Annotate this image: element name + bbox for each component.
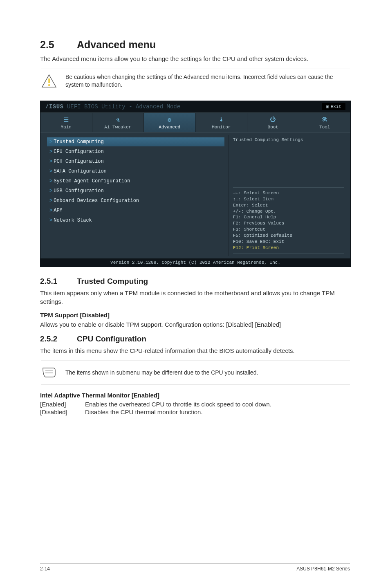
section-title-text: Advanced menu [77, 39, 156, 50]
chevron-right-icon: > [49, 178, 52, 184]
tab-ai-tweaker[interactable]: ⚗Ai Tweaker [92, 113, 144, 132]
menu-item-label: Network Stack [54, 218, 92, 223]
help-line-highlight: F12: Print Screen [233, 245, 344, 251]
list-icon: ☰ [40, 116, 92, 123]
menu-network-stack[interactable]: >Network Stack [47, 216, 224, 225]
bios-exit-button[interactable]: ▣ Exit [322, 103, 345, 110]
warning-icon [41, 74, 57, 88]
tab-tool-label: Tool [299, 125, 351, 130]
trusted-computing-desc: This item appears only when a TPM module… [40, 289, 350, 306]
menu-item-label: Onboard Devices Configuration [54, 198, 139, 204]
subsection-cpu-configuration: 2.5.2CPU Configuration [40, 334, 350, 343]
help-line: F5: Optimized Defaults [233, 233, 344, 239]
tab-advanced-label: Advanced [144, 125, 195, 130]
exit-icon: ▣ [326, 104, 329, 109]
warning-text: Be cautious when changing the settings o… [65, 73, 350, 89]
chevron-right-icon: > [49, 159, 52, 164]
svg-point-2 [48, 84, 50, 86]
chevron-right-icon: > [49, 188, 52, 194]
option-row: [Enabled] Enables the overheated CPU to … [40, 401, 350, 408]
exit-label: Exit [331, 104, 341, 109]
note-icon [41, 365, 57, 380]
info-note: The items shown in submenu may be differ… [41, 361, 350, 384]
menu-item-label: CPU Configuration [54, 149, 103, 155]
help-line: F10: Save ESC: Exit [233, 239, 344, 245]
tab-tool[interactable]: 🛠Tool [299, 113, 351, 132]
menu-system-agent-configuration[interactable]: >System Agent Configuration [47, 177, 224, 186]
chevron-right-icon: > [49, 208, 52, 213]
option-key: [Disabled] [40, 408, 85, 415]
subsection-number: 2.5.1 [40, 277, 77, 286]
tab-ai-tweaker-label: Ai Tweaker [92, 125, 144, 130]
wrench-icon: 🛠 [299, 116, 351, 123]
chevron-right-icon: > [49, 168, 52, 174]
subsection-title: Trusted Computing [77, 277, 148, 285]
page-number: 2-14 [40, 566, 50, 572]
menu-item-label: APM [54, 208, 63, 213]
help-line: ↑↓: Select Item [233, 196, 344, 202]
gear-icon: ⚙ [144, 116, 195, 123]
option-row: [Disabled] Disables the CPU thermal moni… [40, 408, 350, 415]
option-key: [Enabled] [40, 401, 85, 408]
menu-apm[interactable]: >APM [47, 206, 224, 215]
menu-trusted-computing[interactable]: >Trusted Computing [47, 137, 224, 146]
bios-brand: /ISUS [45, 103, 64, 110]
menu-item-label: System Agent Configuration [54, 178, 130, 184]
tweaker-icon: ⚗ [92, 116, 144, 123]
help-line: F2: Previous Values [233, 220, 344, 227]
chevron-right-icon: > [49, 139, 52, 145]
help-line: +/-: Change Opt. [233, 209, 344, 215]
tab-boot[interactable]: ⏻Boot [247, 113, 299, 132]
monitor-icon: 🌡 [196, 116, 247, 123]
product-name: ASUS P8H61-M2 Series [296, 566, 350, 572]
help-line: →←: Select Screen [233, 190, 344, 196]
bios-menu: >Trusted Computing >CPU Configuration >P… [43, 135, 229, 256]
help-panel-title: Trusted Computing Settings [233, 137, 344, 142]
subsection-trusted-computing: 2.5.1Trusted Computing [40, 277, 350, 286]
menu-item-label: SATA Configuration [54, 168, 107, 174]
menu-item-label: Trusted Computing [54, 139, 103, 145]
menu-sata-configuration[interactable]: >SATA Configuration [47, 167, 224, 176]
cpu-note-text: The items shown in submenu may be differ… [65, 369, 258, 377]
warning-note: Be cautious when changing the settings o… [41, 69, 350, 93]
bios-title: /ISUS UEFI BIOS Utility - Advanced Mode [45, 103, 180, 110]
bios-titlebar: /ISUS UEFI BIOS Utility - Advanced Mode … [40, 101, 350, 112]
tab-boot-label: Boot [247, 125, 299, 130]
bios-title-text: UEFI BIOS Utility - Advanced Mode [67, 103, 180, 110]
intel-thermal-heading: Intel Adaptive Thermal Monitor [Enabled] [40, 392, 350, 399]
bios-key-help: →←: Select Screen ↑↓: Select Item Enter:… [233, 187, 344, 254]
menu-usb-configuration[interactable]: >USB Configuration [47, 186, 224, 195]
help-line: Enter: Select [233, 202, 344, 209]
subsection-title: CPU Configuration [77, 334, 146, 343]
menu-cpu-configuration[interactable]: >CPU Configuration [47, 147, 224, 156]
subsection-number: 2.5.2 [40, 334, 77, 343]
tab-monitor[interactable]: 🌡Monitor [196, 113, 248, 132]
section-number: 2.5 [40, 39, 77, 51]
menu-item-label: USB Configuration [54, 188, 103, 194]
cpu-configuration-desc: The items in this menu show the CPU-rela… [40, 347, 350, 355]
bios-tabs: ☰Main ⚗Ai Tweaker ⚙Advanced 🌡Monitor ⏻Bo… [40, 112, 350, 132]
menu-item-label: PCH Configuration [54, 159, 103, 164]
tpm-support-desc: Allows you to enable or disable TPM supp… [40, 321, 350, 329]
menu-onboard-devices[interactable]: >Onboard Devices Configuration [47, 196, 224, 205]
chevron-right-icon: > [49, 149, 52, 155]
chevron-right-icon: > [49, 198, 52, 204]
bios-footer: Version 2.10.1208. Copyright (C) 2012 Am… [40, 258, 350, 267]
option-value: Enables the overheated CPU to throttle i… [85, 401, 271, 408]
chevron-right-icon: > [49, 218, 52, 223]
tab-main[interactable]: ☰Main [40, 113, 92, 132]
tpm-support-heading: TPM Support [Disabled] [40, 312, 350, 319]
tab-main-label: Main [40, 125, 92, 130]
tab-monitor-label: Monitor [196, 125, 247, 130]
section-description: The Advanced menu items allow you to cha… [40, 55, 350, 63]
bios-body: >Trusted Computing >CPU Configuration >P… [40, 132, 350, 258]
option-value: Disables the CPU thermal monitor functio… [85, 408, 203, 415]
power-icon: ⏻ [247, 116, 299, 123]
bios-help-panel: Trusted Computing Settings →←: Select Sc… [229, 135, 348, 256]
page-footer: 2-14 ASUS P8H61-M2 Series [40, 563, 350, 572]
menu-pch-configuration[interactable]: >PCH Configuration [47, 157, 224, 166]
help-line: F3: Shortcut [233, 227, 344, 233]
tab-advanced[interactable]: ⚙Advanced [144, 113, 196, 132]
bios-screenshot: /ISUS UEFI BIOS Utility - Advanced Mode … [40, 101, 351, 267]
help-line: F1: General Help [233, 214, 344, 220]
